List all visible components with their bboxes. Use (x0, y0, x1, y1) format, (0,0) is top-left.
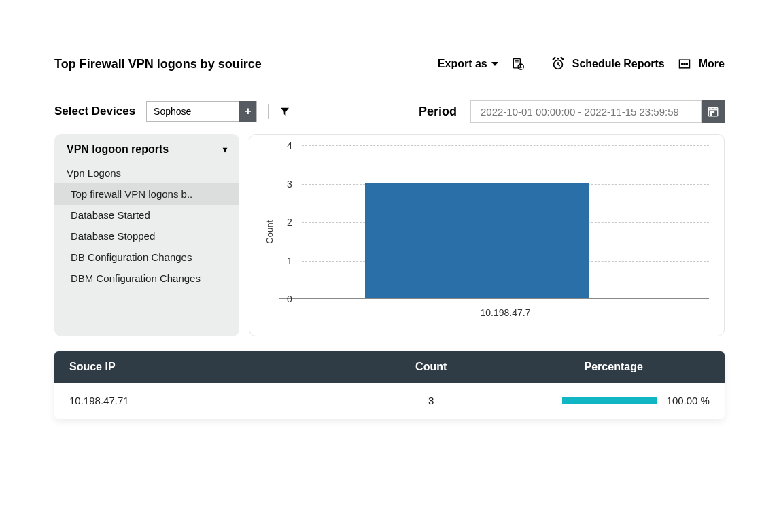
chart-ytick: 2 (287, 217, 292, 228)
chart-panel: Count 01234 10.198.47.7 (249, 134, 725, 336)
svg-point-12 (684, 63, 685, 65)
period-input[interactable] (470, 100, 702, 123)
th-count: Count (345, 361, 517, 373)
svg-rect-20 (710, 113, 712, 115)
sidebar-item[interactable]: DB Configuration Changes (54, 247, 239, 268)
svg-point-13 (686, 63, 687, 65)
chart-bar (365, 183, 589, 299)
more-icon (677, 56, 692, 71)
chart-ytick: 4 (287, 140, 292, 151)
alarm-clock-icon (551, 56, 566, 71)
caret-down-icon (491, 62, 498, 66)
export-as-button[interactable]: Export as (438, 58, 498, 70)
export-clock-icon[interactable] (510, 56, 525, 71)
calendar-button[interactable] (702, 100, 725, 123)
sidebar-item[interactable]: Database Stopped (54, 226, 239, 247)
th-source-ip: Souce IP (69, 361, 345, 373)
schedule-reports-label: Schedule Reports (572, 58, 665, 70)
chart-ytick: 1 (287, 255, 292, 266)
table-row: 10.198.47.713100.00 % (54, 383, 725, 419)
sidebar-header[interactable]: VPN logoon reports ▾ (54, 143, 239, 162)
chevron-down-icon: ▾ (223, 145, 227, 154)
cell-percentage: 100.00 % (517, 395, 710, 406)
sidebar-item[interactable]: DBM Configuration Changes (54, 268, 239, 289)
cell-count: 3 (345, 395, 517, 406)
toolbar-divider (538, 54, 538, 73)
select-devices-label: Select Devices (54, 105, 135, 118)
svg-rect-19 (712, 111, 714, 113)
period-picker (470, 100, 725, 123)
filter-icon[interactable] (279, 106, 290, 117)
device-select[interactable]: Sophose + (146, 101, 257, 122)
period-label: Period (419, 105, 457, 119)
controls-row: Select Devices Sophose + Period (54, 100, 725, 123)
chart-ylabel: Count (264, 220, 275, 244)
page-header: Top Firewall VPN logons by souirce Expor… (54, 54, 725, 86)
export-as-label: Export as (438, 58, 487, 70)
svg-line-8 (558, 65, 560, 66)
more-button[interactable]: More (677, 56, 725, 71)
sidebar-header-label: VPN logoon reports (67, 143, 169, 156)
chart-gridline (302, 145, 709, 146)
report-sidebar: VPN logoon reports ▾ Vpn LogonsTop firew… (54, 134, 239, 336)
svg-rect-18 (710, 111, 712, 113)
svg-point-9 (557, 58, 559, 60)
cell-ip: 10.198.47.71 (69, 395, 345, 406)
controls-divider (268, 104, 269, 119)
svg-point-3 (518, 64, 523, 69)
page-title: Top Firewall VPN logons by souirce (54, 57, 262, 71)
svg-point-11 (681, 63, 682, 65)
sidebar-item[interactable]: Top firewall VPN logons b.. (54, 183, 239, 205)
more-label: More (699, 58, 725, 70)
chart-xcategory: 10.198.47.7 (279, 307, 709, 318)
percentage-text: 100.00 % (667, 395, 710, 406)
schedule-reports-button[interactable]: Schedule Reports (551, 56, 665, 71)
data-table: Souce IP Count Percentage 10.198.47.7131… (54, 351, 725, 419)
svg-line-5 (521, 67, 522, 67)
chart-ytick: 3 (287, 179, 292, 190)
add-device-button[interactable]: + (239, 101, 256, 122)
chart-ytick: 0 (287, 294, 292, 304)
chart-grid: 01234 (279, 145, 709, 299)
device-select-value: Sophose (147, 106, 239, 117)
svg-rect-0 (513, 59, 520, 68)
th-percentage: Percentage (517, 361, 710, 373)
percentage-bar (562, 397, 657, 404)
toolbar: Export as Schedule Reports More (438, 54, 725, 73)
sidebar-item[interactable]: Database Started (54, 205, 239, 226)
table-header: Souce IP Count Percentage (54, 351, 725, 383)
sidebar-item[interactable]: Vpn Logons (54, 162, 239, 183)
